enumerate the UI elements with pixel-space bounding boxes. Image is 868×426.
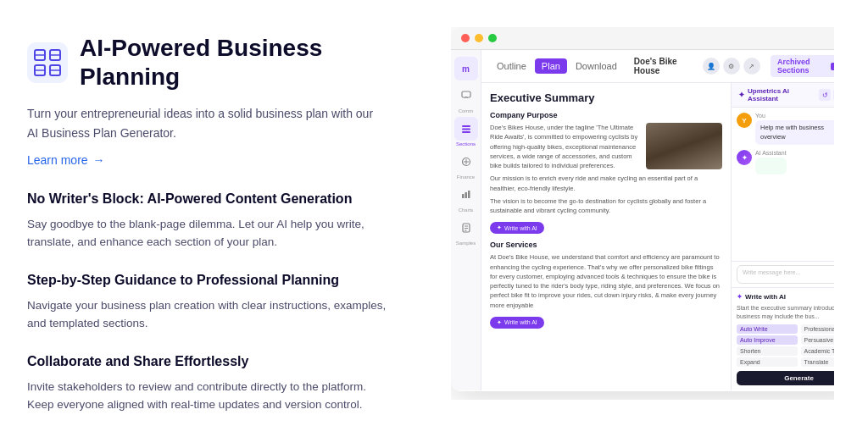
archived-btn[interactable]: Archived Sections AI A: [771, 55, 834, 77]
svg-rect-20: [468, 191, 470, 198]
ai-option-shorten[interactable]: Shorten: [737, 346, 798, 356]
learn-more-text: Learn more: [27, 153, 88, 167]
company-text-3: The vision is to become the go-to destin…: [490, 196, 722, 216]
chat-user-bubble: Help me with business overview: [755, 120, 834, 145]
feature-1-title: No Writer's Block: AI-Powered Content Ge…: [27, 191, 417, 208]
sidebar-item-samples[interactable]: Samples: [454, 216, 478, 246]
page-title: AI-Powered Business Planning: [80, 34, 417, 91]
chat-input-area: Write message here...: [732, 261, 834, 287]
ai-badge: AI: [831, 63, 835, 70]
ai-assistant-title: ✦ Upmetrics Ai Assistant: [738, 87, 819, 102]
chat-ai-label: AI Assistant: [755, 150, 787, 156]
share-icon: ↗: [743, 58, 760, 75]
svg-rect-9: [462, 91, 470, 97]
ai-panel-header: ✦ Upmetrics Ai Assistant ↺ ⤢ ✕: [732, 83, 834, 108]
exec-summary-title: Executive Summary: [490, 91, 722, 104]
user-icon: 👤: [703, 58, 720, 75]
ai-option-col-1: Auto Write Auto Improve Shorten Expand: [737, 324, 798, 367]
learn-more-arrow: →: [93, 153, 105, 167]
intro-subtitle: Turn your entrepreneurial ideas into a s…: [27, 104, 383, 142]
company-purpose-heading: Company Purpose: [490, 111, 722, 119]
right-panel: m Comm Sections: [451, 27, 834, 400]
svg-rect-14: [462, 131, 470, 133]
top-tabs: Outline Plan Download: [490, 58, 624, 74]
sidebar-item-comm[interactable]: Comm: [454, 84, 478, 113]
business-plan-icon: [27, 42, 68, 83]
ai-option-academic-tone[interactable]: Academic Tone: [801, 346, 835, 356]
chat-input-placeholder[interactable]: Write message here...: [737, 265, 834, 284]
chat-user-msg: Y You Help me with business overview: [737, 113, 834, 145]
sidebar-item-sections[interactable]: Sections: [454, 117, 478, 147]
chat-ai-bubble: [755, 158, 787, 174]
ai-option-auto-improve[interactable]: Auto Improve: [737, 335, 798, 345]
dot-red: [461, 34, 470, 42]
svg-rect-13: [462, 129, 470, 130]
write-ai-section: ✦ Write with AI Start the executive summ…: [732, 287, 834, 390]
bike-image: [646, 123, 722, 169]
feature-2-title: Step-by-Step Guidance to Professional Pl…: [27, 272, 417, 290]
feature-2: Step-by-Step Guidance to Professional Pl…: [27, 272, 417, 333]
write-with-ai-btn-2[interactable]: ✦ Write with AI: [490, 317, 544, 329]
window-titlebar: [451, 27, 834, 50]
ai-refresh-icon[interactable]: ↺: [819, 89, 831, 101]
ai-panel: ✦ Upmetrics Ai Assistant ↺ ⤢ ✕: [731, 83, 834, 390]
ai-option-translate[interactable]: Translate: [801, 357, 835, 367]
dot-yellow: [475, 34, 483, 42]
feature-3-title: Collaborate and Share Effortlessly: [27, 353, 417, 371]
user-avatar: Y: [737, 113, 752, 128]
svg-rect-0: [27, 42, 68, 83]
document-content: Executive Summary Company Purpose Doe's …: [481, 83, 731, 390]
ai-options: Auto Write Auto Improve Shorten Expand P…: [737, 324, 834, 367]
tab-plan[interactable]: Plan: [535, 58, 567, 74]
main-content-area: Outline Plan Download Doe's Bike House 👤…: [481, 50, 834, 390]
sidebar-item-finance[interactable]: Finance: [454, 150, 478, 180]
company-text-2: Our mission is to enrich every ride and …: [490, 174, 722, 193]
feature-3-desc: Invite stakeholders to review and contri…: [27, 378, 392, 414]
chat-user-label: You: [755, 113, 834, 119]
ai-option-col-2: Professional Tone Persuasive Tone Academ…: [801, 324, 835, 367]
title-row: AI-Powered Business Planning: [27, 34, 417, 91]
svg-rect-12: [462, 125, 470, 127]
write-with-ai-btn-1[interactable]: ✦ Write with AI: [490, 222, 544, 234]
ai-expand-icon[interactable]: ⤢: [833, 89, 834, 101]
ai-option-persuasive-tone[interactable]: Persuasive Tone: [801, 335, 835, 345]
bike-image-inner: [646, 123, 722, 169]
settings-icon: ⚙: [723, 58, 740, 75]
ai-option-auto-write[interactable]: Auto Write: [737, 324, 798, 334]
dot-green: [488, 34, 497, 42]
services-text: At Doe's Bike House, we understand that …: [490, 252, 722, 310]
svg-rect-18: [462, 194, 465, 198]
ai-option-expand[interactable]: Expand: [737, 357, 798, 367]
app-layout: m Comm Sections: [451, 50, 834, 390]
app-sidebar: m Comm Sections: [451, 50, 481, 390]
feature-2-desc: Navigate your business plan creation wit…: [27, 296, 392, 333]
svg-rect-19: [465, 192, 467, 198]
app-main: Outline Plan Download Doe's Bike House 👤…: [481, 50, 834, 390]
main-topbar: Outline Plan Download Doe's Bike House 👤…: [481, 50, 834, 83]
content-and-panel: Executive Summary Company Purpose Doe's …: [481, 83, 834, 390]
our-services-heading: Our Services: [490, 241, 722, 249]
feature-1-desc: Say goodbye to the blank-page dilemma. L…: [27, 215, 392, 252]
tab-outline[interactable]: Outline: [490, 58, 533, 74]
ai-header-icons: ↺ ⤢ ✕: [819, 89, 834, 101]
chat-area: Y You Help me with business overview ✦: [732, 108, 834, 261]
write-ai-title: ✦ Write with AI: [737, 293, 834, 301]
ai-option-professional-tone[interactable]: Professional Tone: [801, 324, 835, 334]
topbar-icons: 👤 ⚙ ↗: [703, 58, 760, 75]
feature-1: No Writer's Block: AI-Powered Content Ge…: [27, 191, 417, 252]
chat-ai-msg: ✦ AI Assistant: [737, 150, 834, 174]
learn-more-link[interactable]: Learn more →: [27, 153, 105, 167]
archived-label: Archived Sections: [777, 58, 828, 75]
page-container: AI-Powered Business Planning Turn your e…: [0, 0, 868, 426]
write-ai-desc: Start the executive summary introducing …: [737, 304, 834, 321]
left-panel: AI-Powered Business Planning Turn your e…: [27, 27, 417, 426]
doc-title: Doe's Bike House: [634, 57, 693, 75]
feature-3: Collaborate and Share Effortlessly Invit…: [27, 353, 417, 414]
tab-download[interactable]: Download: [569, 58, 624, 74]
mockup-window: m Comm Sections: [451, 27, 834, 391]
sidebar-item-m[interactable]: m: [454, 57, 478, 80]
sidebar-item-charts[interactable]: Charts: [454, 183, 478, 213]
generate-button[interactable]: Generate: [737, 371, 834, 385]
ai-avatar: ✦: [737, 150, 752, 165]
svg-line-11: [466, 97, 468, 98]
